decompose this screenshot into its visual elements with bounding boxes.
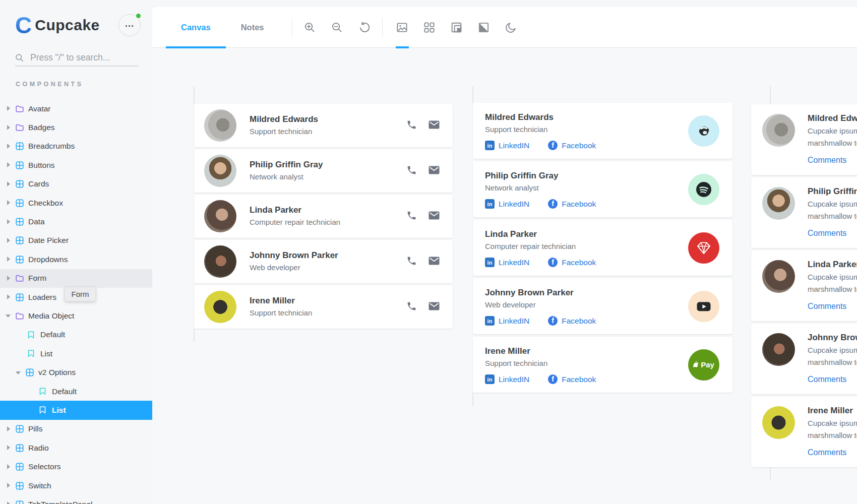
phone-button[interactable] — [406, 256, 417, 268]
sidebar-item-data[interactable]: Data — [0, 212, 152, 231]
chevron-right-icon[interactable] — [7, 144, 11, 149]
chevron-down-icon[interactable] — [17, 370, 21, 375]
sidebar-item-radio[interactable]: Radio — [0, 438, 152, 457]
person-name: Irene Miller — [250, 295, 406, 307]
sidebar-item-label: Selectors — [28, 462, 61, 471]
sidebar-item-buttons[interactable]: Buttons — [0, 156, 152, 174]
chevron-right-icon[interactable] — [7, 220, 11, 224]
sidebar-item-label: Pills — [28, 424, 42, 433]
chevron-right-icon[interactable] — [7, 502, 11, 504]
chevron-right-icon[interactable] — [7, 182, 11, 186]
linkedin-icon: in — [485, 316, 495, 326]
sidebar-item-tabtemplatepanel[interactable]: TabTemplatePanel — [0, 495, 152, 504]
zoom-reset-button[interactable] — [358, 7, 371, 48]
chevron-right-icon[interactable] — [7, 446, 11, 450]
chevron-right-icon[interactable] — [7, 465, 11, 469]
sidebar-item-avatar[interactable]: Avatar — [0, 99, 152, 118]
search-box[interactable] — [15, 49, 139, 67]
chevron-right-icon[interactable] — [7, 201, 11, 205]
linkedin-label: LinkedIN — [499, 375, 529, 384]
sidebar-item-date-picker[interactable]: Date Picker — [0, 231, 152, 250]
sidebar-item-form[interactable]: Form — [0, 269, 152, 288]
component-icon — [16, 236, 24, 244]
zoom-in-button[interactable] — [303, 7, 317, 48]
update-status-dot — [135, 13, 142, 19]
facebook-icon: f — [548, 199, 558, 209]
app-window: C Cupcake ... COMPONENTS Avatar — [0, 0, 857, 504]
linkedin-label: LinkedIN — [499, 258, 529, 267]
chevron-right-icon[interactable] — [7, 483, 11, 488]
contrast-toggle-button[interactable] — [477, 7, 491, 48]
chevron-right-icon[interactable] — [7, 238, 11, 243]
sidebar-item-label: Badges — [28, 123, 55, 132]
dark-mode-button[interactable] — [505, 7, 518, 48]
background-toggle-button[interactable] — [396, 7, 409, 48]
artboard-guide — [770, 87, 771, 104]
ellipsis-icon: ... — [125, 21, 134, 29]
comments-link[interactable]: Comments — [808, 375, 846, 384]
image-icon — [396, 22, 408, 33]
facebook-link[interactable]: fFacebook — [548, 141, 596, 150]
email-button[interactable] — [428, 120, 440, 131]
comments-link[interactable]: Comments — [808, 156, 846, 165]
person-role: Web developer — [485, 299, 719, 311]
search-input[interactable] — [30, 52, 131, 63]
sidebar-item-cards[interactable]: Cards — [0, 175, 152, 194]
sidebar-story-default[interactable]: Default — [0, 326, 152, 344]
chevron-right-icon[interactable] — [7, 295, 11, 299]
search-icon — [15, 53, 24, 62]
person-role: Computer repair technician — [485, 241, 719, 253]
chevron-right-icon[interactable] — [7, 163, 11, 167]
zoom-out-button[interactable] — [331, 7, 344, 48]
linkedin-label: LinkedIN — [499, 200, 529, 209]
linkedin-link[interactable]: inLinkedIN — [485, 141, 529, 150]
size-toggle-button[interactable] — [450, 7, 463, 48]
phone-button[interactable] — [406, 165, 417, 177]
linkedin-link[interactable]: inLinkedIN — [485, 316, 529, 326]
comments-link[interactable]: Comments — [808, 448, 846, 457]
sidebar-item-pills[interactable]: Pills — [0, 420, 152, 438]
phone-button[interactable] — [406, 301, 417, 313]
chevron-down-icon[interactable] — [7, 313, 11, 318]
linkedin-link[interactable]: inLinkedIN — [485, 374, 529, 384]
facebook-link[interactable]: fFacebook — [548, 199, 596, 209]
email-button[interactable] — [428, 257, 440, 267]
phone-button[interactable] — [406, 210, 417, 223]
email-button[interactable] — [428, 166, 440, 176]
sidebar-item-breadcrumbs[interactable]: Breadcrumbs — [0, 137, 152, 156]
facebook-link[interactable]: fFacebook — [548, 316, 596, 326]
sidebar-item-switch[interactable]: Switch — [0, 476, 152, 495]
chevron-right-icon[interactable] — [7, 276, 11, 281]
sidebar-item-label: Date Picker — [28, 236, 69, 245]
chevron-right-icon[interactable] — [7, 427, 11, 431]
sidebar-item-media-object[interactable]: Media Object — [0, 306, 152, 325]
tab-canvas[interactable]: Canvas — [166, 7, 226, 48]
chevron-right-icon[interactable] — [7, 125, 11, 130]
facebook-link[interactable]: fFacebook — [548, 258, 596, 267]
email-button[interactable] — [428, 302, 440, 312]
linkedin-link[interactable]: inLinkedIN — [485, 199, 529, 209]
comments-link[interactable]: Comments — [808, 302, 846, 311]
facebook-link[interactable]: fFacebook — [548, 374, 596, 384]
sidebar-item-checkbox[interactable]: Checkbox — [0, 194, 152, 212]
avatar — [204, 155, 236, 187]
tab-notes[interactable]: Notes — [226, 7, 279, 48]
phone-button[interactable] — [406, 119, 417, 132]
sidebar-item-v2-options[interactable]: v2 Options — [0, 363, 152, 382]
sidebar-item-badges[interactable]: Badges — [0, 118, 152, 137]
facebook-icon: f — [548, 374, 558, 384]
facebook-icon: f — [548, 141, 558, 150]
sidebar-story-list[interactable]: List — [0, 344, 152, 363]
chevron-right-icon[interactable] — [7, 106, 11, 111]
shortcuts-menu-button[interactable]: ... — [118, 14, 141, 36]
sidebar-item-dropdowns[interactable]: Dropdowns — [0, 250, 152, 269]
sidebar-item-label: Media Object — [28, 311, 74, 321]
sidebar-story-v2-default[interactable]: Default — [0, 382, 152, 401]
email-button[interactable] — [428, 211, 440, 222]
linkedin-link[interactable]: inLinkedIN — [485, 258, 529, 267]
sidebar-story-v2-list[interactable]: List — [0, 401, 152, 419]
grid-toggle-button[interactable] — [423, 7, 436, 48]
comments-link[interactable]: Comments — [808, 229, 846, 238]
sidebar-item-selectors[interactable]: Selectors — [0, 457, 152, 476]
chevron-right-icon[interactable] — [7, 257, 11, 262]
